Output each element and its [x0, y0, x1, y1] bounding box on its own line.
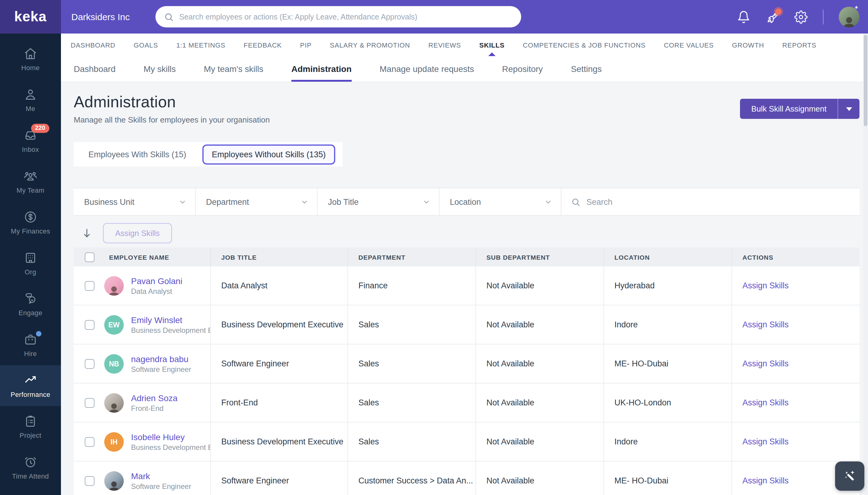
- tab-core-values[interactable]: CORE VALUES: [664, 34, 714, 56]
- sidebar-item-time-attend[interactable]: Time Attend: [0, 447, 61, 488]
- employee-cell: MarkSoftware Engineer: [74, 461, 211, 495]
- tab-skills[interactable]: SKILLS: [480, 34, 505, 56]
- subtab-repository[interactable]: Repository: [502, 56, 543, 82]
- assign-skills-link[interactable]: Assign Skills: [743, 398, 789, 407]
- subtab-dashboard[interactable]: Dashboard: [74, 56, 116, 82]
- department-cell: Sales: [348, 344, 476, 383]
- department-cell: Finance: [348, 267, 476, 305]
- tab-employees-without-skills[interactable]: Employees Without Skills (135): [202, 144, 335, 164]
- notifications-bell-icon[interactable]: [737, 10, 750, 23]
- subtab-administration[interactable]: Administration: [291, 56, 352, 82]
- sidebar-item-me[interactable]: Me: [0, 79, 61, 120]
- table-search-input[interactable]: [586, 197, 850, 206]
- row-checkbox[interactable]: [85, 437, 94, 446]
- department-cell: Sales: [348, 383, 476, 422]
- sort-descending-icon[interactable]: [81, 227, 93, 239]
- subtab-my-skills[interactable]: My skills: [143, 56, 176, 82]
- magic-wand-icon: [842, 468, 858, 484]
- department-dropdown[interactable]: Department: [196, 188, 317, 215]
- sidebar-item-engage[interactable]: Engage: [0, 284, 61, 324]
- tab-goals[interactable]: GOALS: [134, 34, 158, 56]
- chevron-down-icon: [300, 198, 309, 206]
- subtab-my-teams-skills[interactable]: My team's skills: [204, 56, 263, 82]
- assign-skills-link[interactable]: Assign Skills: [743, 359, 789, 368]
- assign-skills-link[interactable]: Assign Skills: [743, 281, 789, 290]
- sidebar-item-performance[interactable]: Performance: [0, 365, 61, 406]
- inbox-icon: 220: [24, 128, 37, 142]
- employee-name-link[interactable]: Adrien Soza: [131, 392, 178, 403]
- sidebar: Home Me 220 Inbox My Team My Finances Or…: [0, 34, 61, 495]
- tab-reports[interactable]: REPORTS: [782, 34, 816, 56]
- company-name: Darksiders Inc: [71, 12, 154, 22]
- employee-name-link[interactable]: Emily Winslet: [131, 314, 210, 325]
- assign-skills-link[interactable]: Assign Skills: [743, 437, 789, 446]
- sidebar-item-my-finances[interactable]: My Finances: [0, 202, 61, 243]
- sidebar-item-hire[interactable]: Hire: [0, 324, 61, 365]
- tab-dashboard[interactable]: DASHBOARD: [71, 34, 116, 56]
- row-checkbox[interactable]: [85, 398, 94, 408]
- row-checkbox[interactable]: [85, 281, 94, 290]
- inbox-count-badge: 220: [31, 123, 49, 133]
- employee-name-link[interactable]: nagendra babu: [131, 353, 191, 364]
- bulk-button-dropdown-toggle[interactable]: [837, 99, 860, 119]
- header-department: DEPARTMENT: [348, 248, 476, 267]
- tab-employees-with-skills[interactable]: Employees With Skills (15): [74, 150, 201, 159]
- job-title-dropdown[interactable]: Job Title: [317, 188, 439, 215]
- global-search: [155, 6, 521, 28]
- table-row: Adrien SozaFront-End Front-End Sales Not…: [74, 383, 860, 423]
- location-cell: Hyderabad: [604, 267, 732, 305]
- performance-trend-icon: [24, 373, 37, 387]
- row-checkbox[interactable]: [85, 320, 94, 329]
- sub-department-cell: Not Available: [476, 423, 604, 461]
- location-cell: Indore: [604, 423, 732, 461]
- job-title-cell: Data Analyst: [211, 267, 348, 305]
- employee-avatar: [104, 471, 124, 491]
- row-checkbox[interactable]: [85, 476, 94, 485]
- tab-11-meetings[interactable]: 1:1 MEETINGS: [176, 34, 225, 56]
- row-checkbox[interactable]: [85, 359, 94, 369]
- keka-logo[interactable]: keka: [0, 0, 61, 34]
- tab-competencies-job-functions[interactable]: COMPETENCIES & JOB FUNCTIONS: [523, 34, 646, 56]
- finances-dollar-icon: [24, 210, 37, 223]
- employee-name-link[interactable]: Isobelle Huley: [131, 431, 210, 442]
- tab-reviews[interactable]: REVIEWS: [428, 34, 461, 56]
- assign-skills-button[interactable]: Assign Skills: [103, 223, 172, 243]
- employee-subtitle: Business Development E: [131, 443, 210, 451]
- subtab-settings[interactable]: Settings: [571, 56, 602, 82]
- sub-department-cell: Not Available: [476, 267, 604, 305]
- engage-chat-icon: [24, 292, 37, 305]
- bulk-skill-assignment-button[interactable]: Bulk Skill Assignment: [740, 99, 860, 119]
- employee-avatar: NB: [104, 354, 124, 373]
- whats-new-rocket-icon[interactable]: [766, 10, 779, 23]
- sidebar-item-org[interactable]: Org: [0, 243, 61, 284]
- tab-growth[interactable]: GROWTH: [732, 34, 764, 56]
- scrollbar-track[interactable]: [863, 34, 868, 495]
- employees-table: EMPLOYEE NAME JOB TITLE DEPARTMENT SUB D…: [74, 248, 860, 495]
- user-avatar[interactable]: [839, 6, 860, 27]
- assign-skills-link[interactable]: Assign Skills: [743, 320, 789, 329]
- scrollbar-thumb[interactable]: [864, 35, 867, 126]
- global-search-input[interactable]: [179, 13, 513, 21]
- business-unit-dropdown[interactable]: Business Unit: [74, 188, 196, 215]
- page-content: Administration Manage all the Skills for…: [61, 91, 868, 495]
- employee-name-link[interactable]: Pavan Golani: [131, 275, 182, 286]
- location-dropdown[interactable]: Location: [439, 188, 561, 215]
- sidebar-item-my-team[interactable]: My Team: [0, 161, 61, 202]
- assign-skills-link[interactable]: Assign Skills: [743, 476, 789, 485]
- tab-pip[interactable]: PIP: [300, 34, 312, 56]
- sidebar-item-project[interactable]: Project: [0, 406, 61, 447]
- tab-salary-promotion[interactable]: SALARY & PROMOTION: [330, 34, 410, 56]
- employee-avatar: EW: [104, 315, 124, 335]
- sidebar-item-home[interactable]: Home: [0, 38, 61, 79]
- table-search: [561, 188, 860, 215]
- location-cell: ME- HO-Dubai: [604, 344, 732, 383]
- header-actions: ACTIONS: [732, 248, 860, 267]
- sidebar-item-inbox[interactable]: 220 Inbox: [0, 120, 61, 161]
- magic-wand-fab[interactable]: [835, 461, 864, 491]
- select-all-checkbox[interactable]: [85, 252, 94, 262]
- employee-name-link[interactable]: Mark: [131, 470, 191, 481]
- settings-gear-icon[interactable]: [794, 10, 808, 23]
- subtab-manage-update-requests[interactable]: Manage update requests: [380, 56, 474, 82]
- employee-avatar: [104, 393, 124, 412]
- tab-feedback[interactable]: FEEDBACK: [244, 34, 282, 56]
